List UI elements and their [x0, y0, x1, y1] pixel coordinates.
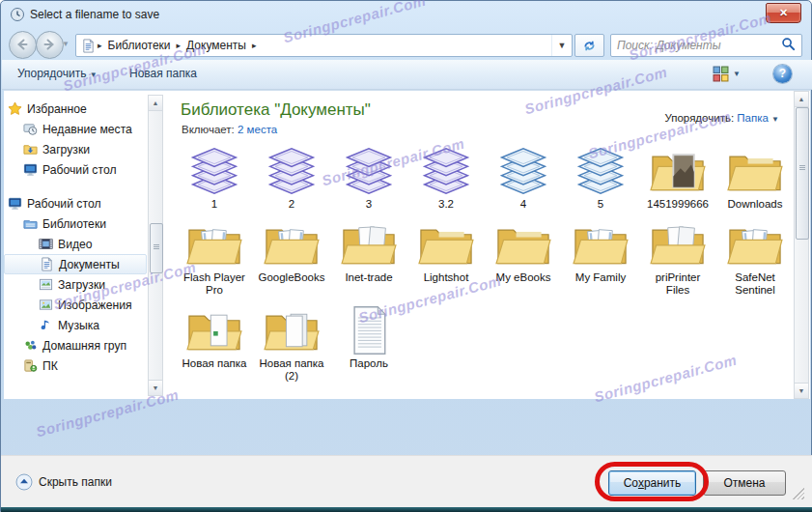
back-arrow-icon — [14, 37, 30, 52]
search-icon[interactable] — [781, 37, 796, 55]
sidebar-item-video[interactable]: Видео — [4, 234, 147, 254]
back-button[interactable] — [9, 31, 37, 59]
save-dialog-window: Select a filename to save ✕ ▼ ▸ Библиоте… — [0, 0, 812, 512]
hide-folders-up-icon — [15, 473, 33, 491]
scroll-up-icon[interactable]: ▲ — [795, 92, 808, 107]
folder-empty-icon — [494, 218, 552, 270]
sidebar-item-downloads-lib[interactable]: Загрузки — [4, 274, 147, 295]
forward-button[interactable] — [36, 31, 64, 59]
file-item[interactable]: 4 — [486, 145, 561, 211]
file-item[interactable]: Downloads — [717, 145, 793, 211]
chevron-down-icon: ▼ — [90, 71, 98, 79]
file-item[interactable]: Flash Player Pro — [177, 218, 252, 297]
sidebar-item-homegroup[interactable]: Домашняя груп — [4, 335, 147, 356]
file-item[interactable]: 3 — [331, 145, 406, 211]
new-folder-button[interactable]: Новая папка — [129, 67, 197, 80]
pc-icon — [23, 358, 38, 373]
file-item[interactable]: Lightshot — [408, 218, 484, 297]
address-dropdown-icon[interactable]: ▼ — [551, 35, 572, 56]
includes-places-link[interactable]: 2 места — [238, 124, 277, 135]
sidebar-item-recent-places[interactable]: Недавние места — [4, 119, 147, 139]
content-scroll-thumb[interactable] — [796, 107, 809, 240]
layers-purple-icon — [185, 145, 243, 197]
file-item[interactable]: Новая папка — [177, 304, 252, 383]
bottom-edge-strip — [1, 507, 812, 512]
folder-empty-icon — [726, 145, 784, 197]
folder-docs-icon — [185, 218, 243, 270]
file-item[interactable]: 1 — [177, 145, 252, 211]
refresh-button[interactable] — [574, 34, 604, 57]
sidebar-item-desktop[interactable]: Рабочий стол — [4, 193, 147, 213]
sidebar-scrollbar[interactable]: ▲ ▼ — [148, 95, 163, 396]
sidebar-item-music[interactable]: Музыка — [4, 315, 147, 335]
scroll-up-icon[interactable]: ▲ — [149, 96, 162, 111]
sidebar-item-documents[interactable]: Документы — [4, 254, 147, 274]
nav-history-chevron-icon[interactable]: ▼ — [62, 40, 70, 48]
file-item[interactable]: priPrinter Files — [640, 218, 715, 297]
folder-docs-icon — [572, 218, 630, 270]
refresh-icon — [582, 39, 597, 53]
file-item[interactable]: My eBooks — [486, 218, 561, 297]
resize-grip[interactable] — [793, 488, 804, 499]
folder-docs-icon — [726, 218, 784, 270]
folder-2pages-icon — [263, 304, 321, 356]
breadcrumb-documents[interactable]: Документы — [182, 39, 250, 52]
cancel-button[interactable]: Отмена — [703, 470, 786, 496]
breadcrumb-arrow-icon: ▸ — [175, 41, 183, 50]
file-item[interactable]: My Family — [563, 218, 638, 297]
sidebar-spacer — [4, 180, 149, 193]
forward-arrow-icon — [42, 37, 57, 52]
desktop-icon — [23, 162, 38, 177]
app-icon — [10, 7, 25, 22]
star-icon — [8, 101, 22, 116]
library-header: Библиотека "Документы" — [181, 100, 371, 120]
file-item[interactable]: 1451999666 — [640, 145, 715, 211]
file-item[interactable]: Новая папка (2) — [254, 304, 329, 383]
scroll-down-icon[interactable]: ▼ — [795, 383, 808, 398]
address-bar[interactable]: ▸ Библиотеки ▸ Документы ▸ ▼ — [75, 34, 573, 57]
file-item[interactable]: Inet-trade — [331, 218, 406, 297]
file-item[interactable]: Пароль — [331, 304, 406, 383]
file-item[interactable]: 5 — [563, 145, 638, 211]
scroll-down-icon[interactable]: ▼ — [149, 380, 162, 395]
content-scrollbar[interactable]: ▲ ▼ — [794, 91, 809, 399]
help-button[interactable]: ? — [773, 65, 792, 83]
folder-pages-icon — [649, 218, 707, 270]
title-bar[interactable]: Select a filename to save ✕ — [1, 1, 811, 28]
pictures-icon — [39, 298, 53, 312]
breadcrumb-arrow-icon: ▸ — [250, 41, 259, 50]
chevron-down-icon: ▼ — [771, 115, 779, 124]
file-item[interactable]: 3.2 — [408, 145, 484, 211]
sidebar-item-favorites[interactable]: Избранное — [4, 99, 147, 119]
sidebar-item-pictures[interactable]: Изображения — [4, 295, 147, 315]
file-item[interactable]: 2 — [254, 145, 329, 211]
folder-empty-icon — [417, 218, 475, 270]
arrange-by-control[interactable]: Упорядочить: Папка ▼ — [664, 112, 779, 124]
organize-button[interactable]: Упорядочить ▼ — [17, 67, 98, 80]
breadcrumb-libraries[interactable]: Библиотеки — [104, 39, 175, 52]
sidebar-item-pc[interactable]: ПК — [4, 356, 147, 376]
layers-blue-icon — [494, 145, 552, 197]
sidebar-scroll-thumb[interactable] — [150, 223, 163, 273]
save-button[interactable]: Сохранить — [608, 470, 696, 496]
folder-docs-icon — [263, 218, 321, 270]
folder-newdoc-icon — [185, 304, 243, 356]
close-button[interactable]: ✕ — [766, 3, 801, 23]
textfile-icon — [340, 304, 398, 356]
file-item[interactable]: GoogleBooks — [254, 218, 329, 297]
includes-line: Включает: 2 места — [182, 124, 277, 135]
document-icon — [40, 257, 54, 271]
libraries-icon — [23, 216, 38, 231]
recent-icon — [23, 122, 38, 136]
file-item[interactable]: SafeNet Sentinel — [717, 218, 793, 297]
search-input[interactable]: Поиск: Документы — [610, 34, 802, 57]
sidebar-item-downloads[interactable]: Загрузки — [4, 139, 147, 159]
desktop-icon — [8, 196, 22, 211]
sidebar-item-desktop-fav[interactable]: Рабочий стол — [4, 159, 147, 180]
video-icon — [39, 237, 53, 251]
change-view-button[interactable]: ▼ — [713, 66, 741, 82]
hide-folders-button[interactable]: Скрыть папки — [15, 473, 112, 491]
library-document-icon — [81, 39, 96, 53]
browser-pane: Избранное Недавние места Загрузки Рабочи… — [4, 90, 810, 399]
sidebar-item-libraries[interactable]: Библиотеки — [4, 213, 147, 234]
